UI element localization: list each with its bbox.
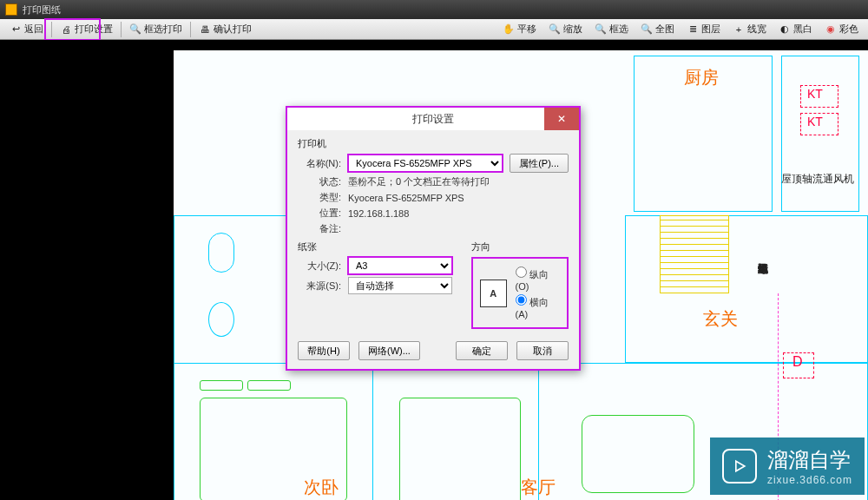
bw-button[interactable]: ◐黑白 — [773, 20, 819, 38]
orientation-group: 方向 A 纵向(O) 横向(A) — [471, 240, 569, 329]
printer-type-label: 类型: — [298, 191, 341, 204]
watermark: 溜溜自学 zixue.3d66.com — [710, 438, 865, 495]
back-icon: ↩ — [10, 23, 22, 36]
color-icon: ◉ — [825, 23, 837, 36]
confirm-print-icon: 🖶 — [199, 23, 211, 36]
window-title: 打印图纸 — [23, 3, 61, 16]
printer-group: 打印机 名称(N): Kyocera FS-6525MFP XPS 属性(P).… — [298, 137, 569, 235]
paper-group: 纸张 大小(Z): A3 来源(S): 自动选择 — [298, 240, 463, 329]
color-button[interactable]: ◉彩色 — [819, 20, 865, 38]
paper-source-label: 来源(S): — [298, 280, 341, 293]
frame-print-icon: 🔍 — [129, 23, 141, 36]
label-kt1: KT — [807, 87, 823, 101]
dialog-close-button[interactable]: ✕ — [544, 108, 579, 130]
label-d: D — [792, 354, 803, 370]
printer-status-label: 状态: — [298, 175, 341, 188]
separator — [121, 22, 122, 37]
print-settings-dialog: 打印设置 ✕ 打印机 名称(N): Kyocera FS-6525MFP XPS… — [286, 106, 581, 371]
svg-marker-1 — [736, 461, 745, 471]
orientation-landscape-radio[interactable]: 横向(A) — [516, 294, 560, 319]
window-titlebar: 打印图纸 — [0, 0, 868, 19]
printer-comment-label: 备注: — [298, 222, 341, 235]
orientation-legend: 方向 — [471, 240, 569, 253]
box-select-icon: 🔍 — [595, 23, 607, 36]
zoom-icon: 🔍 — [549, 23, 561, 36]
label-foyer: 玄关 — [703, 307, 738, 331]
lineweight-icon: + — [733, 23, 745, 36]
paper-size-label: 大小(Z): — [298, 260, 341, 273]
dialog-titlebar[interactable]: 打印设置 ✕ — [287, 108, 579, 130]
label-vent: 屋顶轴流通风机 — [781, 172, 854, 187]
watermark-url: zixue.3d66.com — [767, 474, 852, 486]
printer-properties-button[interactable]: 属性(P)... — [510, 154, 569, 173]
label-kt2: KT — [807, 115, 823, 128]
paper-source-select[interactable]: 自动选择 — [348, 277, 452, 294]
printer-name-label: 名称(N): — [298, 157, 341, 170]
network-button[interactable]: 网络(W)... — [358, 341, 420, 360]
ok-button[interactable]: 确定 — [456, 341, 508, 360]
label-living: 客厅 — [521, 476, 556, 499]
paper-legend: 纸张 — [298, 240, 463, 253]
separator — [190, 22, 191, 37]
zoom-button[interactable]: 🔍缩放 — [542, 20, 589, 38]
layers-button[interactable]: ≣图层 — [681, 20, 727, 38]
back-button[interactable]: ↩返回 — [3, 20, 49, 38]
orientation-preview-icon: A — [480, 280, 507, 307]
printer-status-value: 墨粉不足；0 个文档正在等待打印 — [348, 175, 569, 188]
watermark-brand: 溜溜自学 — [767, 448, 851, 471]
dialog-title: 打印设置 — [412, 112, 454, 127]
label-second-bedroom: 次卧 — [304, 476, 339, 499]
extents-icon: 🔍 — [641, 23, 653, 36]
printer-where-label: 位置: — [298, 207, 341, 220]
label-kitchen: 厨房 — [684, 66, 719, 89]
separator — [51, 22, 52, 37]
help-button[interactable]: 帮助(H) — [298, 341, 350, 360]
printer-type-value: Kyocera FS-6525MFP XPS — [348, 193, 569, 203]
app-icon — [5, 3, 17, 16]
cancel-button[interactable]: 取消 — [516, 341, 569, 360]
lineweight-button[interactable]: +线宽 — [727, 20, 773, 38]
orientation-portrait-radio[interactable]: 纵向(O) — [516, 266, 560, 292]
close-icon: ✕ — [557, 113, 566, 125]
paper-size-select[interactable]: A3 — [348, 257, 452, 274]
printer-legend: 打印机 — [298, 137, 569, 150]
layers-icon: ≣ — [687, 23, 699, 36]
pan-button[interactable]: ✋平移 — [496, 20, 542, 38]
confirm-print-button[interactable]: 🖶确认打印 — [193, 20, 258, 38]
print-settings-button[interactable]: 🖨打印设置 — [54, 20, 119, 38]
printer-where-value: 192.168.1.188 — [348, 208, 569, 219]
frame-print-button[interactable]: 🔍框选打印 — [123, 20, 188, 38]
bw-icon: ◐ — [779, 23, 791, 36]
pan-icon: ✋ — [503, 23, 515, 36]
box-select-button[interactable]: 🔍框选 — [589, 20, 635, 38]
watermark-logo-icon — [722, 449, 757, 484]
extents-button[interactable]: 🔍全图 — [635, 20, 681, 38]
print-settings-icon: 🖨 — [60, 23, 72, 36]
printer-name-select[interactable]: Kyocera FS-6525MFP XPS — [348, 155, 503, 172]
main-toolbar: ↩返回 🖨打印设置 🔍框选打印 🖶确认打印 ✋平移 🔍缩放 🔍框选 🔍全图 ≣图… — [0, 19, 868, 40]
